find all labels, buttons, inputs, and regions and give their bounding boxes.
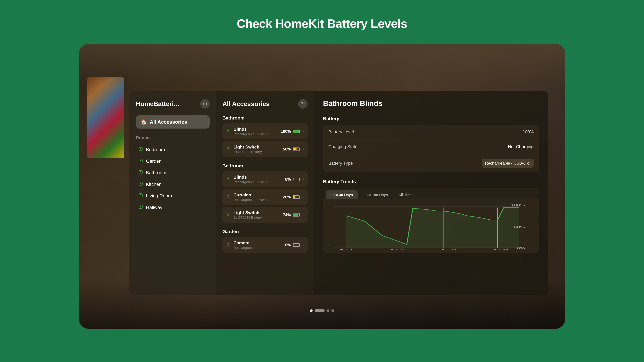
device-subtitle: Rechargeable - USB-C (234, 132, 278, 136)
tab-all-time[interactable]: All Time (394, 190, 417, 199)
chevron-right-icon: › (303, 195, 304, 199)
battery-indicator (293, 213, 300, 217)
device-item-blinds[interactable]: Blinds Rechargeable - USB-C 8% › (222, 171, 308, 187)
device-item-light switch[interactable]: Light Switch 2x CR2032 Battery 56% › (222, 141, 308, 157)
battery-indicator (293, 130, 300, 133)
accessory-group-bedroom: Bedroom Blinds Rechargeable - USB-C 8% › (222, 163, 308, 223)
battery-type-row: Battery Type Rechargeable - USB-C ◇ (323, 154, 539, 172)
room-name: Garden (146, 159, 162, 164)
svg-rect-9 (140, 195, 141, 195)
device-name: Curtains (234, 192, 280, 198)
device-battery: 10% (283, 243, 300, 247)
battery-section-title: Battery (323, 116, 539, 121)
battery-percentage: 74% (283, 213, 291, 217)
tab-last-180-days[interactable]: Last 180 Days (359, 190, 393, 199)
trends-tabs: Last 30 Days Last 180 Days All Time (323, 188, 539, 199)
page-dot-4 (332, 309, 334, 312)
device-name: Camera (234, 240, 280, 246)
battery-percentage: 8% (285, 177, 291, 182)
all-accessories-label: All Accessories (150, 119, 187, 125)
svg-rect-3 (140, 160, 141, 161)
device-icon (226, 242, 230, 248)
device-info: Camera Rechargeable (234, 240, 280, 250)
device-battery: 26% (283, 195, 300, 199)
page-dot-3 (327, 309, 330, 312)
device-subtitle: Rechargeable - USB-C (234, 180, 282, 184)
group-title: Bathroom (222, 115, 308, 121)
svg-text:Feb 18: Feb 18 (442, 249, 457, 250)
group-title: Bedroom (222, 163, 308, 169)
accessories-title: All Accessories (222, 100, 270, 108)
device-item-curtains[interactable]: Curtains Rechargeable - USB-C 26% › (222, 189, 308, 205)
rooms-list: Bedroom Garden Bathroom Kitchen (136, 144, 210, 213)
accessories-panel: All Accessories ↻ Bathroom Blinds Rechar… (216, 91, 314, 295)
device-icon (226, 194, 230, 200)
charging-state-value: Not Charging (508, 144, 534, 149)
room-name: Kitchen (146, 182, 162, 187)
accessory-group-garden: Garden Camera Rechargeable 10% › (222, 229, 308, 253)
sidebar-panel: HomeBatteri... ⚙ 🏠 All Accessories Rooms… (129, 91, 216, 295)
settings-button[interactable]: ⚙ (200, 99, 210, 109)
refresh-button[interactable]: ↻ (298, 99, 308, 109)
chevron-right-icon: › (303, 177, 304, 182)
device-name: Light Switch (234, 144, 280, 150)
page-dot-1 (310, 309, 312, 312)
device-item-blinds[interactable]: Blinds Rechargeable - USB-C 100% › (222, 123, 308, 139)
device-name: Blinds (234, 127, 278, 132)
battery-level-label: Battery Level (328, 129, 354, 135)
device-battery: 74% (283, 213, 300, 217)
chevron-right-icon: › (303, 243, 304, 247)
sidebar-item-bedroom[interactable]: Bedroom (136, 144, 210, 155)
device-battery: 56% (283, 147, 300, 151)
device-item-camera[interactable]: Camera Rechargeable 10% › (222, 237, 308, 253)
sidebar-item-garden[interactable]: Garden (136, 155, 210, 167)
room-icon (138, 170, 143, 175)
device-battery: 8% (285, 177, 300, 182)
svg-rect-5 (140, 171, 141, 172)
wall-art-decoration (87, 77, 124, 158)
page-dots (310, 309, 334, 312)
device-item-light switch[interactable]: Light Switch 2x CR2032 Battery 74% › (222, 207, 308, 223)
device-info: Curtains Rechargeable - USB-C (234, 192, 280, 202)
device-icon (226, 146, 230, 152)
sidebar-item-living-room[interactable]: Living Room (136, 190, 210, 202)
sidebar-title: HomeBatteri... (136, 100, 179, 108)
ceiling-decoration (79, 44, 565, 86)
svg-rect-1 (140, 148, 141, 149)
device-name: Light Switch (234, 210, 280, 215)
device-info: Blinds Rechargeable - USB-C (234, 127, 278, 136)
device-info: Light Switch 2x CR2032 Battery (234, 144, 280, 154)
battery-level-value: 100% (522, 129, 534, 135)
trends-title: Battery Trends (323, 179, 539, 184)
battery-indicator (293, 147, 300, 151)
svg-text:Feb 4: Feb 4 (340, 249, 352, 250)
accessories-list: Bathroom Blinds Rechargeable - USB-C 100… (222, 115, 308, 253)
sidebar-item-hallway[interactable]: Hallway (136, 202, 210, 213)
sidebar-item-bathroom[interactable]: Bathroom (136, 167, 210, 178)
battery-indicator (293, 243, 300, 247)
device-icon (226, 129, 230, 134)
device-icon (226, 177, 230, 182)
tab-last-30-days[interactable]: Last 30 Days (326, 190, 358, 199)
device-icon (226, 212, 230, 218)
svg-text:Feb 11: Feb 11 (390, 249, 405, 250)
svg-text:Feb 25: Feb 25 (493, 249, 508, 250)
room-name: Bedroom (146, 147, 165, 152)
chevron-right-icon: › (303, 147, 304, 151)
device-subtitle: 2x CR2032 Battery (234, 216, 280, 220)
trends-card: Last 30 Days Last 180 Days All Time 100%… (323, 188, 539, 253)
group-title: Garden (222, 229, 308, 234)
battery-type-selector[interactable]: Rechargeable - USB-C ◇ (482, 159, 534, 168)
trends-section: Battery Trends Last 30 Days Last 180 Day… (323, 179, 539, 253)
svg-marker-46 (346, 208, 519, 248)
device-battery: 100% (280, 129, 300, 134)
battery-type-label: Battery Type (328, 161, 353, 166)
chevron-right-icon: › (303, 213, 304, 217)
room-icon (138, 147, 143, 152)
all-accessories-button[interactable]: 🏠 All Accessories (136, 115, 210, 129)
svg-rect-7 (140, 183, 141, 184)
sidebar-item-kitchen[interactable]: Kitchen (136, 178, 210, 190)
device-subtitle: Rechargeable (234, 246, 280, 250)
device-info: Light Switch 2x CR2032 Battery (234, 210, 280, 220)
charging-state-row: Charging State Not Charging (323, 139, 539, 154)
